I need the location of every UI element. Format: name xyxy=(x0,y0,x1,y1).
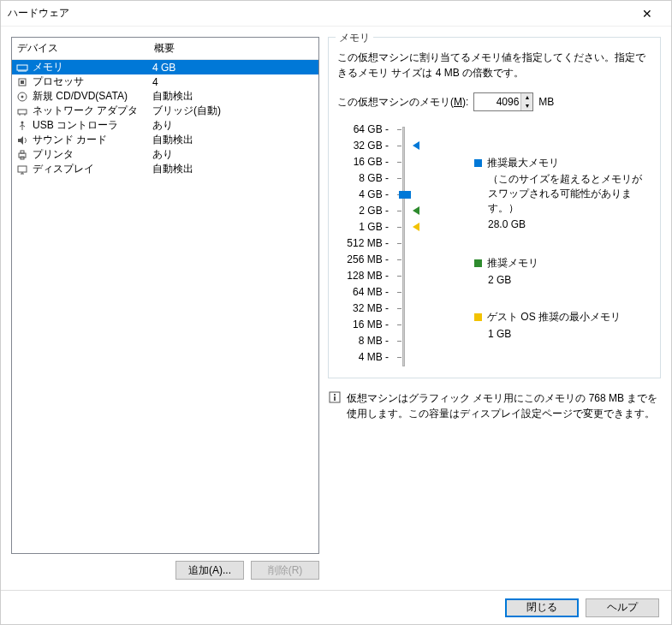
memory-description: この仮想マシンに割り当てるメモリ値を指定してください。指定できるメモリ サイズは… xyxy=(337,50,651,80)
legend-value: 2 GB xyxy=(488,274,651,286)
device-summary: 自動検出 xyxy=(152,89,315,104)
close-icon[interactable]: ✕ xyxy=(630,7,664,21)
svg-rect-20 xyxy=(18,166,27,172)
device-summary: 4 xyxy=(152,76,315,88)
add-button[interactable]: 追加(A)... xyxy=(175,561,244,580)
device-name: プロセッサ xyxy=(33,74,152,89)
device-row[interactable]: メモリ4 GB xyxy=(12,60,318,74)
titlebar: ハードウェア ✕ xyxy=(1,1,671,27)
memory-groupbox: メモリ この仮想マシンに割り当てるメモリ値を指定してください。指定できるメモリ … xyxy=(328,37,661,378)
legend-item: 推奨メモリ2 GB xyxy=(474,256,651,286)
close-button[interactable]: 閉じる xyxy=(505,598,579,617)
usb-icon xyxy=(15,119,29,133)
printer-icon xyxy=(15,148,29,162)
device-name: プリンタ xyxy=(33,147,152,162)
memory-spinner[interactable]: ▲ ▼ xyxy=(473,92,533,111)
spin-up-icon[interactable]: ▲ xyxy=(520,93,532,102)
device-header: デバイス 概要 xyxy=(12,38,318,60)
slider-track-bar xyxy=(402,127,405,366)
slider-dash xyxy=(397,357,401,358)
spinner-buttons: ▲ ▼ xyxy=(520,93,532,110)
slider-track[interactable] xyxy=(397,122,431,366)
device-summary: 4 GB xyxy=(152,62,315,74)
col-summary-header[interactable]: 概要 xyxy=(149,38,318,59)
slider-tick-label: 16 MB - xyxy=(337,317,389,333)
device-row[interactable]: プロセッサ4 xyxy=(12,74,318,89)
slider-dash xyxy=(397,276,401,277)
memory-unit: MB xyxy=(538,96,554,108)
device-list: デバイス 概要 メモリ4 GBプロセッサ4新規 CD/DVD(SATA)自動検出… xyxy=(11,37,319,554)
slider-tick-label: 256 MB - xyxy=(337,252,389,268)
slider-tick-label: 32 MB - xyxy=(337,301,389,317)
device-summary: ブリッジ(自動) xyxy=(152,104,315,118)
slider-dash xyxy=(397,243,401,244)
slider-dash xyxy=(397,211,401,211)
memory-input-row: この仮想マシンのメモリ(M): ▲ ▼ MB xyxy=(337,92,651,111)
legend-swatch-icon xyxy=(474,313,482,321)
slider-tick-label: 1 GB - xyxy=(337,219,389,235)
right-panel: メモリ この仮想マシンに割り当てるメモリ値を指定してください。指定できるメモリ … xyxy=(328,37,661,580)
svg-rect-24 xyxy=(334,394,336,396)
display-icon xyxy=(15,163,29,176)
slider-thumb[interactable] xyxy=(399,191,411,199)
slider-dash xyxy=(397,341,401,342)
device-summary: あり xyxy=(152,147,315,162)
slider-tick-label: 16 GB - xyxy=(337,154,389,170)
info-text: 仮想マシンはグラフィック メモリ用にこのメモリの 768 MB までを使用します… xyxy=(347,390,661,421)
device-row[interactable]: ネットワーク アダプタブリッジ(自動) xyxy=(12,104,318,118)
svg-rect-7 xyxy=(21,80,24,84)
col-device-header[interactable]: デバイス xyxy=(12,38,149,59)
memory-label: この仮想マシンのメモリ(M): xyxy=(337,95,468,110)
slider-tick-label: 64 MB - xyxy=(337,284,389,301)
device-name: USB コントローラ xyxy=(33,118,152,133)
slider-tick-label: 4 GB - xyxy=(337,187,389,203)
device-name: 新規 CD/DVD(SATA) xyxy=(33,89,152,104)
slider-dash xyxy=(397,129,401,130)
legend-swatch-icon xyxy=(474,159,482,167)
slider-dash xyxy=(397,227,401,228)
device-row[interactable]: 新規 CD/DVD(SATA)自動検出 xyxy=(12,89,318,104)
spin-down-icon[interactable]: ▼ xyxy=(520,102,532,110)
slider-dash xyxy=(397,259,401,260)
svg-point-9 xyxy=(21,95,24,98)
legend-value: 28.0 GB xyxy=(488,218,651,230)
info-row: 仮想マシンはグラフィック メモリ用にこのメモリの 768 MB までを使用します… xyxy=(328,390,661,421)
footer: 閉じる ヘルプ xyxy=(1,590,671,624)
device-row[interactable]: プリンタあり xyxy=(12,147,318,162)
slider-tick-label: 2 GB - xyxy=(337,203,389,219)
device-row[interactable]: サウンド カード自動検出 xyxy=(12,133,318,147)
device-name: ネットワーク アダプタ xyxy=(33,104,152,118)
window-title: ハードウェア xyxy=(8,6,630,21)
device-summary: あり xyxy=(152,118,315,133)
memory-slider-area: 64 GB -32 GB -16 GB -8 GB -4 GB -2 GB -1… xyxy=(337,122,651,366)
slider-dash xyxy=(397,308,401,309)
legend-swatch-icon xyxy=(474,259,482,267)
slider-marker-icon xyxy=(413,206,419,215)
svg-rect-0 xyxy=(17,65,27,70)
device-name: サウンド カード xyxy=(33,133,152,147)
slider-tick-label: 512 MB - xyxy=(337,235,389,252)
memory-legend: 推奨最大メモリ（このサイズを超えるとメモリがスワップされる可能性があります。）2… xyxy=(440,122,651,366)
slider-tick-label: 64 GB - xyxy=(337,122,389,138)
help-button[interactable]: ヘルプ xyxy=(586,598,659,617)
info-icon xyxy=(328,390,342,421)
left-panel: デバイス 概要 メモリ4 GBプロセッサ4新規 CD/DVD(SATA)自動検出… xyxy=(11,37,319,580)
legend-label: 推奨メモリ xyxy=(487,257,538,269)
slider-dash xyxy=(397,146,401,146)
slider-tick-label: 8 GB - xyxy=(337,170,389,187)
svg-rect-10 xyxy=(18,110,27,114)
legend-label: ゲスト OS 推奨の最小メモリ xyxy=(487,311,621,323)
device-row[interactable]: ディスプレイ自動検出 xyxy=(12,162,318,176)
cpu-icon xyxy=(15,75,29,89)
legend-label: 推奨最大メモリ xyxy=(487,157,559,169)
slider-dash xyxy=(397,178,401,179)
groupbox-title: メモリ xyxy=(336,31,373,45)
network-icon xyxy=(15,104,29,118)
device-row[interactable]: USB コントローラあり xyxy=(12,118,318,133)
slider-marker-icon xyxy=(413,223,419,231)
device-summary: 自動検出 xyxy=(152,162,315,176)
legend-item: ゲスト OS 推奨の最小メモリ1 GB xyxy=(474,310,651,340)
left-buttons: 追加(A)... 削除(R) xyxy=(11,561,319,580)
memory-icon xyxy=(15,61,29,74)
slider-dash xyxy=(397,324,401,325)
